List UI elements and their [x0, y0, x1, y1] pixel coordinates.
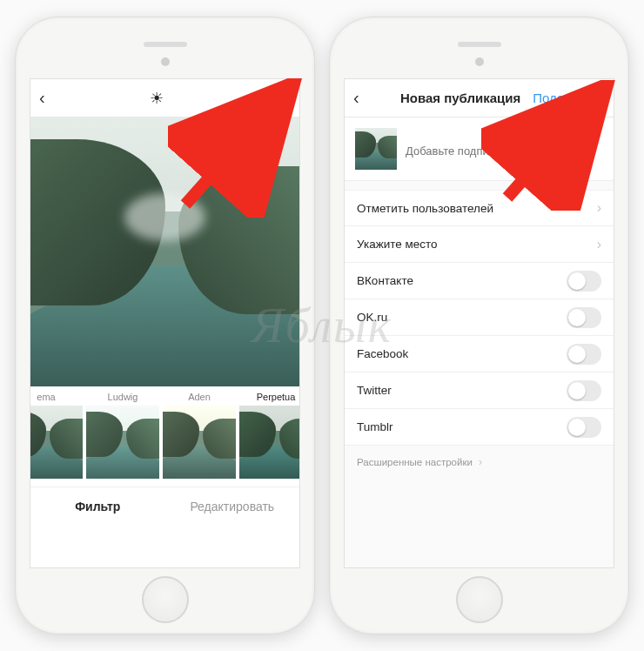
- filter-item[interactable]: Ludwig: [86, 392, 159, 485]
- phone-speaker: [144, 42, 187, 47]
- header: ‹ Новая публикация Поделиться: [345, 79, 614, 117]
- photo-preview[interactable]: [30, 117, 299, 386]
- phone-speaker: [458, 42, 501, 47]
- chevron-right-icon: ›: [597, 200, 601, 216]
- row-add-location[interactable]: Укажите место ›: [345, 226, 614, 263]
- phone-right: ‹ Новая публикация Поделиться Отметить п…: [329, 17, 629, 634]
- filter-item[interactable]: Perpetua: [239, 392, 299, 485]
- phone-camera: [475, 57, 484, 66]
- share-button[interactable]: Поделиться: [533, 91, 605, 105]
- row-share-tw[interactable]: Twitter: [345, 372, 614, 409]
- toggle-ok[interactable]: [567, 307, 601, 328]
- caption-input[interactable]: [406, 128, 603, 170]
- post-thumbnail[interactable]: [355, 128, 397, 170]
- caption-row: [345, 117, 614, 181]
- screen-filter: ‹ ☀︎ Далее ema Ludwig Aden Perpetua: [30, 78, 300, 568]
- tab-filter[interactable]: Фильтр: [30, 487, 165, 525]
- row-share-ok[interactable]: OK.ru: [345, 299, 614, 336]
- filter-item[interactable]: ema: [30, 392, 83, 485]
- toggle-tumblr[interactable]: [567, 417, 601, 438]
- row-share-tumblr[interactable]: Tumblr: [345, 409, 614, 446]
- back-button[interactable]: ‹: [39, 88, 74, 108]
- home-button[interactable]: [142, 576, 189, 623]
- filter-strip[interactable]: ema Ludwig Aden Perpetua: [30, 386, 299, 487]
- tab-edit[interactable]: Редактировать: [165, 487, 300, 525]
- header-title: Новая публикация: [388, 91, 533, 105]
- back-button[interactable]: ‹: [353, 88, 388, 108]
- next-button[interactable]: Далее: [238, 91, 291, 105]
- row-tag-people[interactable]: Отметить пользователей ›: [345, 190, 614, 226]
- row-share-fb[interactable]: Facebook: [345, 336, 614, 372]
- bottom-tabs: Фильтр Редактировать: [30, 487, 299, 525]
- phone-camera: [161, 57, 170, 66]
- chevron-right-icon: ›: [597, 237, 601, 252]
- toggle-fb[interactable]: [567, 344, 601, 365]
- row-share-vk[interactable]: ВКонтакте: [345, 263, 614, 299]
- lux-icon[interactable]: ☀︎: [139, 89, 174, 108]
- toggle-vk[interactable]: [567, 271, 601, 292]
- header: ‹ ☀︎ Далее: [30, 79, 299, 117]
- filter-item[interactable]: Aden: [163, 392, 236, 485]
- screen-share: ‹ Новая публикация Поделиться Отметить п…: [344, 78, 614, 568]
- advanced-settings-link[interactable]: Расширенные настройки ›: [345, 446, 614, 479]
- home-button[interactable]: [456, 576, 503, 623]
- toggle-tw[interactable]: [567, 380, 601, 401]
- phone-left: ‹ ☀︎ Далее ema Ludwig Aden Perpetua: [15, 17, 315, 634]
- chevron-right-icon: ›: [479, 456, 482, 468]
